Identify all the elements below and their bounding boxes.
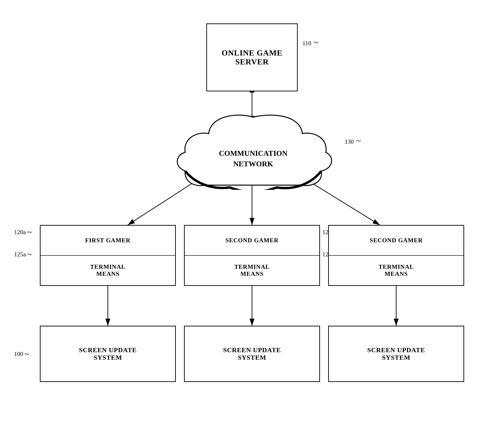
screen-update-right-box: SCREEN UPDATESYSTEM [328, 326, 464, 382]
online-game-server-box: ONLINE GAME SERVER [206, 23, 298, 91]
tilde-120a: ~ [28, 227, 32, 237]
second-gamer-right-bottom: TERMINALMEANS [329, 256, 463, 285]
cloud-svg: COMMUNICATION NETWORK [164, 110, 342, 190]
ref-120a: 120a ~ [14, 227, 32, 237]
screen-update-left-label: SCREEN UPDATESYSTEM [41, 327, 175, 381]
ref-130: 130 ~ [345, 136, 361, 146]
first-gamer-box: FIRST GAMER TERMINALMEANS [40, 225, 176, 286]
screen-update-right-label: SCREEN UPDATESYSTEM [329, 327, 463, 381]
ref-110: 110 ~ [302, 37, 318, 47]
second-gamer-mid-top: SECOND GAMER [185, 226, 319, 256]
screen-update-mid-box: SCREEN UPDATESYSTEM [184, 326, 320, 382]
first-gamer-bottom: TERMINALMEANS [41, 256, 175, 285]
tilde-125a: ~ [28, 249, 32, 259]
tilde-130: ~ [356, 136, 361, 146]
second-gamer-right-top: SECOND GAMER [329, 226, 463, 256]
ref-100: 100 ~ [14, 349, 29, 359]
online-game-server-label: ONLINE GAME SERVER [207, 49, 297, 66]
second-gamer-right-box: SECOND GAMER TERMINALMEANS [328, 225, 464, 286]
svg-text:NETWORK: NETWORK [233, 160, 273, 168]
communication-network-cloud: COMMUNICATION NETWORK [164, 110, 342, 190]
tilde-100: ~ [25, 349, 29, 359]
diagram: ONLINE GAME SERVER 110 ~ COMMUNICATION N… [0, 0, 504, 426]
first-gamer-top: FIRST GAMER [41, 226, 175, 256]
screen-update-left-box: SCREEN UPDATESYSTEM [40, 326, 176, 382]
tilde-110: ~ [314, 38, 318, 47]
svg-text:COMMUNICATION: COMMUNICATION [219, 149, 288, 157]
second-gamer-mid-bottom: TERMINALMEANS [185, 256, 319, 285]
second-gamer-mid-box: SECOND GAMER TERMINALMEANS [184, 225, 320, 286]
ref-125a: 125a ~ [14, 249, 32, 259]
screen-update-mid-label: SCREEN UPDATESYSTEM [185, 327, 319, 381]
